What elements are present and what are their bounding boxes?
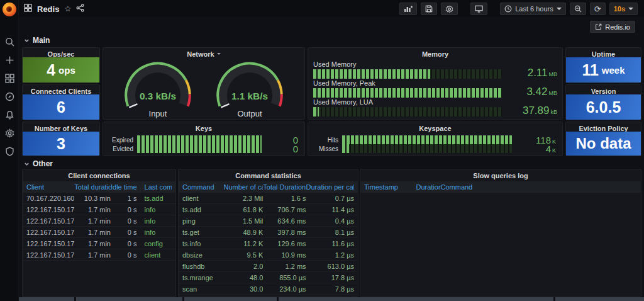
- table-row: 122.167.150.17...1.7 min0 sinfo: [23, 215, 175, 227]
- zoom-out-button[interactable]: [570, 3, 586, 15]
- section-main-label: Main: [33, 36, 50, 45]
- bar-value: 3.42: [526, 86, 547, 98]
- top-nav-bar: Redis ☆ Last 6 hours ⟳: [19, 0, 644, 17]
- column-header[interactable]: Timestamp: [364, 183, 416, 191]
- table-header-row: TimestampDurationCommand: [360, 181, 641, 193]
- stat-unit: week: [602, 65, 625, 76]
- dashboard-settings-button[interactable]: [441, 3, 458, 15]
- redis-io-link-button[interactable]: Redis.io: [590, 21, 635, 33]
- chevron-down-icon: [628, 8, 633, 10]
- section-main[interactable]: Main: [24, 36, 50, 45]
- stat-unit: ops: [58, 65, 75, 76]
- panel-client-connections: Client connections ClientTotal durationI…: [22, 169, 176, 297]
- chevron-down-icon: [24, 38, 30, 43]
- table-row: ts.mrange48.0855.0 µs17.8 µs: [179, 272, 358, 283]
- refresh-interval-picker[interactable]: 10s: [609, 3, 638, 15]
- share-icon[interactable]: [76, 3, 84, 14]
- redis-io-label: Redis.io: [605, 23, 630, 31]
- panel-title[interactable]: Client connections: [23, 169, 175, 181]
- add-panel-button[interactable]: [399, 3, 417, 15]
- table-cell: 0 s: [111, 229, 137, 236]
- search-icon[interactable]: [4, 37, 14, 47]
- table-row: ts.info11.2 K129.6 ms11.6 µs: [179, 238, 358, 249]
- panel-command-statistics: Command statistics CommandNumber of call…: [178, 169, 358, 297]
- table-cell: client: [137, 251, 172, 259]
- table-cell: 11.6 µs: [306, 240, 354, 247]
- table-cell: 30.0: [224, 285, 264, 293]
- panel-title[interactable]: Network: [103, 48, 304, 60]
- bar-gauge-misses: Misses 4K: [312, 144, 556, 153]
- table-cell: 2.3 Mil: [224, 195, 264, 202]
- bar-gauge-hits: Hits 118K: [312, 135, 556, 144]
- save-dashboard-button[interactable]: [421, 3, 437, 15]
- table-cell: 234.0 µs: [263, 285, 306, 293]
- table-cell: 48.0: [224, 274, 264, 281]
- table-row: client2.3 Mil1.6 s0.7 µs: [179, 193, 358, 204]
- table-cell: info: [137, 229, 172, 236]
- table-cell: ts.mrange: [182, 274, 224, 281]
- panel-title[interactable]: Command statistics: [179, 169, 358, 181]
- panel-title[interactable]: Slow queries log: [360, 169, 641, 181]
- column-header[interactable]: Total duration: [74, 183, 111, 191]
- column-header[interactable]: Duration per call: [306, 183, 354, 191]
- panel-number-of-keys: Number of Keys 3: [22, 122, 100, 156]
- bar-gauge-used-memory-lua: Used Memory, LUA 37.89kB: [313, 98, 557, 116]
- table-cell: 7.8 µs: [306, 285, 354, 293]
- table-cell: 0.7 µs: [306, 195, 354, 202]
- table-cell: 48.9 K: [224, 229, 264, 236]
- create-plus-icon[interactable]: [4, 55, 14, 65]
- tv-kiosk-button[interactable]: [470, 3, 487, 15]
- table-cell: 122.167.150.17...: [26, 206, 74, 213]
- table-header-row: CommandNumber of callsTotal Duration ↓Du…: [179, 181, 358, 193]
- explore-compass-icon[interactable]: [4, 91, 14, 101]
- time-range-picker[interactable]: Last 6 hours: [500, 3, 566, 15]
- column-header[interactable]: Command: [182, 183, 224, 191]
- table-cell: 122.167.150.17...: [26, 251, 74, 259]
- bar-label: Evicted: [107, 145, 137, 152]
- bar-gauge-used-memory-peak: Used Memory, Peak 3.42MB: [313, 79, 557, 98]
- bar-unit: K: [552, 147, 556, 154]
- table-cell: 613.0 µs: [306, 263, 354, 270]
- stat-value-area: 4 ops: [23, 57, 99, 82]
- bar-value: 2.11: [528, 67, 548, 79]
- column-header[interactable]: Last command: [137, 183, 172, 191]
- grafana-logo[interactable]: [3, 3, 16, 16]
- bar-label: Used Memory, Peak: [313, 79, 557, 87]
- section-other[interactable]: Other: [24, 159, 53, 168]
- column-header[interactable]: Idle time ↓: [111, 183, 137, 191]
- table-row: scan30.0234.0 µs7.8 µs: [179, 283, 358, 295]
- panel-title[interactable]: Keyspace: [308, 122, 562, 134]
- table-cell: 706.7 ms: [263, 206, 306, 213]
- column-header[interactable]: Number of calls: [224, 183, 264, 191]
- refresh-button[interactable]: ⟳: [590, 3, 606, 15]
- table-cell: ts.get: [182, 229, 224, 236]
- dashboard-title[interactable]: Redis: [37, 4, 59, 14]
- configuration-gear-icon[interactable]: [4, 128, 14, 138]
- table-cell: 1.7 min: [74, 229, 111, 236]
- stat-value: 6: [57, 99, 65, 115]
- table-row: 122.167.150.17...1.7 min0 sclient: [23, 249, 175, 261]
- column-header[interactable]: Client: [26, 183, 74, 191]
- star-icon[interactable]: ☆: [64, 5, 71, 13]
- stat-value: 6.0.5: [586, 99, 621, 115]
- gauge-network-output: 1.1 kB/s Output: [213, 61, 287, 118]
- external-link-icon: [595, 23, 602, 30]
- panel-title[interactable]: Memory: [308, 48, 562, 60]
- column-header[interactable]: Duration: [416, 183, 440, 191]
- table-cell: 129.6 ms: [263, 240, 306, 247]
- gauge-label: Output: [237, 109, 262, 118]
- table-row: 122.167.150.17...1.7 min0 sconfig: [23, 238, 175, 249]
- column-header[interactable]: Total Duration ↓: [263, 183, 306, 191]
- table-cell: 122.167.150.17...: [26, 217, 74, 225]
- panel-title[interactable]: Keys: [103, 122, 304, 134]
- panel-menu-caret-icon: [217, 53, 221, 55]
- column-header[interactable]: Command: [441, 183, 638, 191]
- table-body: 70.167.220.160:...10.3 min1 sts.add122.1…: [23, 193, 175, 261]
- table-cell: 1.2 ms: [263, 263, 306, 270]
- stat-value-area: 6.0.5: [566, 94, 641, 120]
- alerting-bell-icon[interactable]: [4, 110, 14, 120]
- dashboards-icon[interactable]: [4, 73, 14, 83]
- panel-eviction-policy: Eviction Policy No data: [565, 122, 641, 156]
- admin-shield-icon[interactable]: [4, 146, 14, 156]
- table-cell: 1.5 Mil: [224, 217, 264, 225]
